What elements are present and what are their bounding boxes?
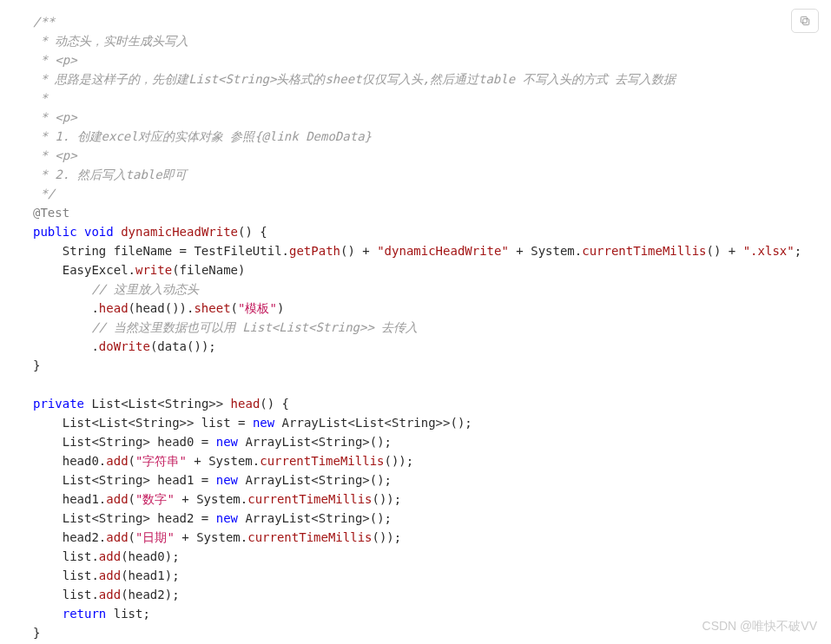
open-paren: ( xyxy=(129,454,135,468)
method-call: currentTimeMillis xyxy=(247,530,372,544)
svg-rect-0 xyxy=(803,19,809,25)
close: ()); xyxy=(385,454,414,468)
code-text: String fileName = TestFileUtil. xyxy=(33,244,289,258)
code-text: EasyExcel. xyxy=(33,263,135,277)
args: (data()); xyxy=(150,339,216,353)
comment-line: // 这里放入动态头 xyxy=(33,282,199,296)
method-call: currentTimeMillis xyxy=(247,492,372,506)
method-call: currentTimeMillis xyxy=(260,454,384,468)
method-call: head xyxy=(99,301,129,315)
kw-new: new xyxy=(216,511,238,525)
type: ArrayList<String>(); xyxy=(238,511,392,525)
code-text: List<List<String>> list = xyxy=(33,416,253,430)
svg-rect-1 xyxy=(801,16,807,23)
comment-line: // 当然这里数据也可以用 List<List<String>> 去传入 xyxy=(33,320,418,334)
code-text: head2. xyxy=(33,530,106,544)
plus: + xyxy=(509,244,531,258)
string-literal: "日期" xyxy=(135,530,175,544)
code-text: head1. xyxy=(33,492,106,506)
args: (head()). xyxy=(129,301,195,315)
dot-indent: . xyxy=(33,339,99,353)
close-brace: } xyxy=(33,626,40,640)
sig-tail: () { xyxy=(260,397,289,411)
open-paren: ( xyxy=(129,530,135,544)
kw-return: return xyxy=(63,607,107,621)
kw-void: void xyxy=(84,225,114,239)
javadoc-line: * xyxy=(33,91,48,105)
method-call: currentTimeMillis xyxy=(582,244,706,258)
code-text: System. xyxy=(208,454,260,468)
plus: + xyxy=(175,530,196,544)
kw-new: new xyxy=(253,416,274,430)
javadoc-line: * <p> xyxy=(33,110,77,124)
code-text: list. xyxy=(33,549,99,563)
code-text: List<String> head2 = xyxy=(33,511,216,525)
return-type: List<List<String>> xyxy=(84,397,231,411)
javadoc-line: * 思路是这样子的，先创建List<String>头格式的sheet仅仅写入头,… xyxy=(33,72,676,86)
string-literal: "字符串" xyxy=(135,454,187,468)
code-text: head0. xyxy=(33,454,106,468)
close: ()); xyxy=(373,492,402,506)
method-call: add xyxy=(99,549,121,563)
copy-icon xyxy=(799,15,811,27)
method-call: add xyxy=(106,492,128,506)
javadoc-line: */ xyxy=(33,187,55,200)
open-paren: ( xyxy=(129,492,135,506)
kw-new: new xyxy=(216,435,238,449)
type: ArrayList<String>(); xyxy=(238,435,392,449)
method-call: add xyxy=(99,568,121,582)
type: ArrayList<String>(); xyxy=(238,473,392,487)
args: (head0); xyxy=(121,549,179,563)
javadoc-line: /** xyxy=(33,15,55,29)
javadoc-line: * 2. 然后写入table即可 xyxy=(33,168,187,181)
code-block: /** * 动态头，实时生成头写入 * <p> * 思路是这样子的，先创建Lis… xyxy=(0,0,831,642)
method-name: head xyxy=(231,397,261,411)
dot-indent: . xyxy=(33,301,99,315)
string-literal: "dynamicHeadWrite" xyxy=(377,244,509,258)
string-literal: ".xlsx" xyxy=(743,244,795,258)
args: (head1); xyxy=(121,568,179,582)
string-literal: "模板" xyxy=(238,301,277,315)
plus: + xyxy=(355,244,377,258)
method-call: add xyxy=(106,454,128,468)
plus: + xyxy=(187,454,208,468)
copy-button[interactable] xyxy=(791,9,819,33)
method-call: write xyxy=(135,263,172,277)
javadoc-line: * 动态头，实时生成头写入 xyxy=(33,34,188,48)
code-text: List<String> head0 = xyxy=(33,435,216,449)
javadoc-line: * 1. 创建excel对应的实体对象 参照{@link DemoData} xyxy=(33,129,372,143)
annotation-test: @Test xyxy=(33,206,69,220)
method-call: add xyxy=(106,530,128,544)
method-call: getPath xyxy=(289,244,340,258)
plus: + xyxy=(721,244,742,258)
code-text: System. xyxy=(196,530,247,544)
javadoc-line: * <p> xyxy=(33,53,77,67)
method-name: dynamicHeadWrite xyxy=(121,225,238,239)
string-literal: "数字" xyxy=(135,492,175,506)
method-call: doWrite xyxy=(99,339,150,353)
kw-public: public xyxy=(33,225,77,239)
close: ()); xyxy=(373,530,402,544)
code-text: List<String> head1 = xyxy=(33,473,216,487)
plus: + xyxy=(175,492,196,506)
close-brace: } xyxy=(33,358,40,372)
args: (fileName) xyxy=(172,263,245,277)
code-text: list. xyxy=(33,588,99,601)
kw-private: private xyxy=(33,397,84,411)
ret-expr: list; xyxy=(106,607,150,621)
method-call: sheet xyxy=(194,301,230,315)
code-text: System. xyxy=(196,492,247,506)
javadoc-line: * <p> xyxy=(33,148,77,162)
method-call: add xyxy=(99,588,121,601)
code-text: list. xyxy=(33,568,99,582)
type: ArrayList<List<String>>(); xyxy=(274,416,472,430)
args: (head2); xyxy=(121,588,179,601)
code-text: System. xyxy=(531,244,582,258)
kw-new: new xyxy=(216,473,238,487)
